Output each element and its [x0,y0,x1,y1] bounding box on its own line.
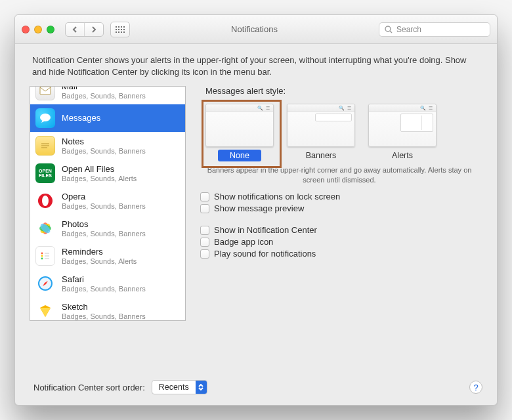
alert-style-none-preview: 🔍 ☰ [205,104,274,147]
sketch-icon [35,301,55,321]
show-all-button[interactable] [110,22,130,37]
svg-rect-8 [116,32,117,33]
svg-line-13 [390,31,392,33]
reminders-icon [35,246,55,266]
sidebar-item-label: Sketch [62,303,146,312]
svg-point-27 [41,255,43,257]
detail-panel: Messages alert style: 🔍 ☰ None 🔍 ☰ Banne… [196,86,482,321]
sidebar-item-sub: Badges, Sounds, Banners [62,147,146,156]
checkbox[interactable] [200,249,209,259]
preferences-window: { "window": { "title": "Notifications" }… [14,14,498,406]
option-sound[interactable]: Play sound for notifications [200,249,482,259]
sidebar-item-sub: Badges, Sounds, Banners [62,312,146,321]
sidebar-item-sub: Badges, Sounds, Alerts [62,257,137,266]
sidebar-item-label: Messages [62,114,100,123]
pane-description: Notification Center shows your alerts in… [15,44,497,86]
alert-style-label: Banners [294,150,349,161]
minimize-window-button[interactable] [34,26,42,33]
messages-icon [35,108,55,128]
checkbox[interactable] [200,238,209,247]
photos-icon [35,219,55,238]
checkbox[interactable] [200,204,209,213]
window-toolbar: Notifications Search [15,15,497,44]
svg-rect-3 [123,26,125,28]
svg-point-15 [40,114,51,121]
alert-style-group: 🔍 ☰ None 🔍 ☰ Banners 🔍 ☰ Alerts [196,100,482,163]
option-label: Show message preview [214,203,304,213]
footer: Notification Center sort order: Recents … [15,373,497,405]
search-input[interactable]: Search [379,22,490,37]
alert-style-heading: Messages alert style: [205,86,482,96]
traffic-lights [22,26,54,33]
sidebar-item-label: Notes [62,137,146,147]
alert-style-alerts[interactable]: 🔍 ☰ Alerts [368,104,437,161]
sort-order-value: Recents [152,383,196,392]
option-label: Badge app icon [214,237,273,247]
zoom-window-button[interactable] [47,26,54,33]
option-badge[interactable]: Badge app icon [200,237,482,247]
sidebar-item-opera[interactable]: Opera Badges, Sounds, Banners [30,187,185,215]
alert-style-banners-preview: 🔍 ☰ [287,104,355,147]
checkbox[interactable] [200,192,209,201]
sidebar-item-label: Safari [62,275,146,285]
nav-back-forward [65,22,104,37]
sort-order-label: Notification Center sort order: [33,383,145,392]
stepper-icon [196,381,207,394]
option-message-preview[interactable]: Show message preview [200,203,482,213]
grid-icon [116,26,125,33]
svg-rect-4 [116,29,117,30]
sidebar-item-sub: Badges, Sounds, Banners [62,285,146,293]
svg-rect-11 [123,32,125,33]
options-group: Show notifications on lock screen Show m… [196,192,482,259]
svg-rect-5 [118,29,119,30]
svg-point-26 [41,253,43,255]
option-label: Play sound for notifications [214,249,316,259]
sort-order-select[interactable]: Recents [152,380,207,394]
sidebar-item-safari[interactable]: Safari Badges, Sounds, Banners [30,270,185,297]
option-label: Show in Notification Center [214,225,317,235]
notes-icon [35,136,55,156]
svg-rect-2 [121,26,122,28]
option-show-in-nc[interactable]: Show in Notification Center [200,225,482,235]
svg-rect-10 [121,32,122,33]
alert-style-hint: Banners appear in the upper-right corner… [203,165,476,185]
sidebar-item-sketch[interactable]: Sketch Badges, Sounds, Banners [30,297,185,321]
sidebar-item-label: Open All Files [62,165,137,175]
sidebar-item-reminders[interactable]: Reminders Badges, Sounds, Alerts [30,242,185,270]
svg-point-28 [41,258,43,260]
close-window-button[interactable] [22,26,30,33]
alert-style-label: None [218,150,261,161]
chevron-left-icon [72,26,77,33]
svg-rect-6 [121,29,122,30]
alert-style-banners[interactable]: 🔍 ☰ Banners [287,104,355,161]
sidebar-item-mail[interactable]: Mail Badges, Sounds, Banners [30,86,185,104]
sidebar-item-label: Photos [62,220,146,230]
alert-style-label: Alerts [380,150,425,161]
sidebar-item-sub: Badges, Sounds, Banners [62,92,146,100]
svg-rect-1 [118,26,119,28]
svg-marker-36 [40,308,51,317]
help-button[interactable]: ? [469,381,482,394]
svg-rect-0 [116,26,117,28]
alert-style-none[interactable]: 🔍 ☰ None [205,104,274,161]
safari-icon [35,274,55,293]
sidebar-item-messages[interactable]: Messages [30,104,185,132]
window-title: Notifications [137,24,372,34]
back-button[interactable] [66,23,85,36]
svg-rect-9 [118,32,119,33]
sidebar-item-notes[interactable]: Notes Badges, Sounds, Banners [30,132,185,159]
checkbox[interactable] [200,226,209,235]
forward-button[interactable] [85,23,103,36]
sidebar-item-sub: Badges, Sounds, Banners [62,202,146,211]
sidebar-item-label: Reminders [62,247,137,257]
app-list[interactable]: Mail Badges, Sounds, Banners Messages [30,86,186,321]
sidebar-item-photos[interactable]: Photos Badges, Sounds, Banners [30,215,185,242]
search-placeholder: Search [396,25,421,34]
sidebar-item-label: Mail [62,86,146,91]
option-lock-screen[interactable]: Show notifications on lock screen [200,192,482,201]
sidebar-item-sub: Badges, Sounds, Alerts [62,175,137,183]
chevron-right-icon [91,26,96,33]
sidebar-item-open-all-files[interactable]: OPENFILES Open All Files Badges, Sounds,… [30,159,185,187]
mail-icon [35,86,55,100]
svg-point-21 [42,196,49,206]
